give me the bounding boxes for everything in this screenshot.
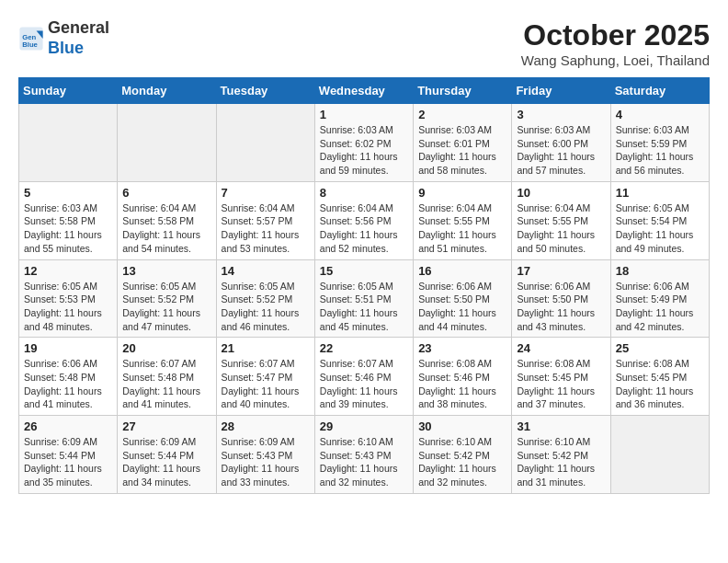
calendar-week-row: 26Sunrise: 6:09 AM Sunset: 5:44 PM Dayli… xyxy=(19,416,710,494)
header-day-wednesday: Wednesday xyxy=(314,78,413,104)
logo: Gen Blue General Blue xyxy=(18,18,109,58)
calendar-week-row: 5Sunrise: 6:03 AM Sunset: 5:58 PM Daylig… xyxy=(19,181,710,259)
day-number: 12 xyxy=(24,264,112,278)
calendar-cell: 24Sunrise: 6:08 AM Sunset: 5:45 PM Dayli… xyxy=(512,338,610,416)
day-info: Sunrise: 6:03 AM Sunset: 5:58 PM Dayligh… xyxy=(24,201,112,256)
day-number: 7 xyxy=(222,186,310,200)
calendar-cell: 3Sunrise: 6:03 AM Sunset: 6:00 PM Daylig… xyxy=(512,104,610,182)
calendar-cell: 26Sunrise: 6:09 AM Sunset: 5:44 PM Dayli… xyxy=(19,416,118,494)
calendar-cell: 13Sunrise: 6:05 AM Sunset: 5:52 PM Dayli… xyxy=(118,259,216,338)
calendar-cell: 2Sunrise: 6:03 AM Sunset: 6:01 PM Daylig… xyxy=(414,104,512,182)
day-number: 18 xyxy=(616,264,704,278)
day-number: 28 xyxy=(222,419,310,433)
logo-general: General xyxy=(48,18,109,39)
day-number: 3 xyxy=(517,108,605,121)
day-number: 19 xyxy=(24,341,112,355)
calendar-week-row: 12Sunrise: 6:05 AM Sunset: 5:53 PM Dayli… xyxy=(19,259,710,338)
day-info: Sunrise: 6:06 AM Sunset: 5:50 PM Dayligh… xyxy=(418,280,506,334)
day-number: 1 xyxy=(320,108,408,121)
header-day-monday: Monday xyxy=(118,78,216,104)
day-number: 11 xyxy=(616,186,704,200)
header-day-friday: Friday xyxy=(512,78,610,104)
calendar-cell: 28Sunrise: 6:09 AM Sunset: 5:43 PM Dayli… xyxy=(216,416,314,494)
calendar-cell: 29Sunrise: 6:10 AM Sunset: 5:43 PM Dayli… xyxy=(314,416,413,494)
calendar-week-row: 1Sunrise: 6:03 AM Sunset: 6:02 PM Daylig… xyxy=(19,104,710,182)
day-info: Sunrise: 6:06 AM Sunset: 5:49 PM Dayligh… xyxy=(616,280,704,334)
month-title: October 2025 xyxy=(521,18,710,52)
calendar-cell: 4Sunrise: 6:03 AM Sunset: 5:59 PM Daylig… xyxy=(610,104,709,182)
day-number: 6 xyxy=(122,186,210,200)
calendar-cell: 10Sunrise: 6:04 AM Sunset: 5:55 PM Dayli… xyxy=(512,181,610,259)
day-number: 25 xyxy=(616,341,704,355)
day-info: Sunrise: 6:08 AM Sunset: 5:45 PM Dayligh… xyxy=(616,357,704,411)
calendar-body: 1Sunrise: 6:03 AM Sunset: 6:02 PM Daylig… xyxy=(19,104,710,494)
logo-blue: Blue xyxy=(48,39,109,59)
day-number: 14 xyxy=(222,264,310,278)
calendar-cell: 8Sunrise: 6:04 AM Sunset: 5:56 PM Daylig… xyxy=(314,181,413,259)
day-info: Sunrise: 6:03 AM Sunset: 6:00 PM Dayligh… xyxy=(517,123,605,178)
day-number: 27 xyxy=(122,419,210,433)
day-info: Sunrise: 6:09 AM Sunset: 5:44 PM Dayligh… xyxy=(122,435,210,489)
day-info: Sunrise: 6:04 AM Sunset: 5:57 PM Dayligh… xyxy=(222,201,310,256)
day-number: 21 xyxy=(222,341,310,355)
day-number: 13 xyxy=(122,264,210,278)
day-number: 10 xyxy=(517,186,605,200)
calendar-cell: 23Sunrise: 6:08 AM Sunset: 5:46 PM Dayli… xyxy=(414,338,512,416)
header-day-sunday: Sunday xyxy=(19,78,118,104)
day-number: 29 xyxy=(320,419,408,433)
day-number: 24 xyxy=(517,341,605,355)
calendar-cell xyxy=(216,104,314,182)
calendar-cell: 25Sunrise: 6:08 AM Sunset: 5:45 PM Dayli… xyxy=(610,338,709,416)
calendar-cell: 12Sunrise: 6:05 AM Sunset: 5:53 PM Dayli… xyxy=(19,259,118,338)
day-info: Sunrise: 6:10 AM Sunset: 5:42 PM Dayligh… xyxy=(517,435,605,489)
day-number: 17 xyxy=(517,264,605,278)
calendar-cell: 16Sunrise: 6:06 AM Sunset: 5:50 PM Dayli… xyxy=(414,259,512,338)
calendar-cell: 15Sunrise: 6:05 AM Sunset: 5:51 PM Dayli… xyxy=(314,259,413,338)
calendar-cell: 21Sunrise: 6:07 AM Sunset: 5:47 PM Dayli… xyxy=(216,338,314,416)
day-info: Sunrise: 6:04 AM Sunset: 5:55 PM Dayligh… xyxy=(418,201,506,256)
day-info: Sunrise: 6:04 AM Sunset: 5:55 PM Dayligh… xyxy=(517,201,605,256)
day-info: Sunrise: 6:06 AM Sunset: 5:50 PM Dayligh… xyxy=(517,280,605,334)
day-number: 15 xyxy=(320,264,408,278)
calendar-cell: 14Sunrise: 6:05 AM Sunset: 5:52 PM Dayli… xyxy=(216,259,314,338)
calendar-cell: 6Sunrise: 6:04 AM Sunset: 5:58 PM Daylig… xyxy=(118,181,216,259)
day-info: Sunrise: 6:10 AM Sunset: 5:42 PM Dayligh… xyxy=(418,435,506,489)
day-info: Sunrise: 6:10 AM Sunset: 5:43 PM Dayligh… xyxy=(320,435,408,489)
calendar-cell: 9Sunrise: 6:04 AM Sunset: 5:55 PM Daylig… xyxy=(414,181,512,259)
header-day-tuesday: Tuesday xyxy=(216,78,314,104)
day-number: 4 xyxy=(616,108,704,121)
calendar-cell: 20Sunrise: 6:07 AM Sunset: 5:48 PM Dayli… xyxy=(118,338,216,416)
calendar-table: SundayMondayTuesdayWednesdayThursdayFrid… xyxy=(18,77,710,494)
day-number: 22 xyxy=(320,341,408,355)
day-number: 20 xyxy=(122,341,210,355)
day-info: Sunrise: 6:04 AM Sunset: 5:56 PM Dayligh… xyxy=(320,201,408,256)
calendar-cell: 7Sunrise: 6:04 AM Sunset: 5:57 PM Daylig… xyxy=(216,181,314,259)
svg-text:Blue: Blue xyxy=(22,40,38,49)
calendar-cell: 19Sunrise: 6:06 AM Sunset: 5:48 PM Dayli… xyxy=(19,338,118,416)
day-number: 30 xyxy=(418,419,506,433)
day-number: 5 xyxy=(24,186,112,200)
day-info: Sunrise: 6:05 AM Sunset: 5:52 PM Dayligh… xyxy=(122,280,210,334)
logo-icon: Gen Blue xyxy=(18,26,44,52)
calendar-header-row: SundayMondayTuesdayWednesdayThursdayFrid… xyxy=(19,78,710,104)
calendar-cell: 5Sunrise: 6:03 AM Sunset: 5:58 PM Daylig… xyxy=(19,181,118,259)
header-day-thursday: Thursday xyxy=(414,78,512,104)
day-info: Sunrise: 6:09 AM Sunset: 5:44 PM Dayligh… xyxy=(24,435,112,489)
calendar-cell: 31Sunrise: 6:10 AM Sunset: 5:42 PM Dayli… xyxy=(512,416,610,494)
day-info: Sunrise: 6:05 AM Sunset: 5:52 PM Dayligh… xyxy=(222,280,310,334)
calendar-cell: 30Sunrise: 6:10 AM Sunset: 5:42 PM Dayli… xyxy=(414,416,512,494)
day-info: Sunrise: 6:06 AM Sunset: 5:48 PM Dayligh… xyxy=(24,357,112,411)
day-number: 2 xyxy=(418,108,506,121)
title-block: October 2025 Wang Saphung, Loei, Thailan… xyxy=(521,18,710,68)
day-info: Sunrise: 6:03 AM Sunset: 6:02 PM Dayligh… xyxy=(320,123,408,178)
calendar-cell xyxy=(118,104,216,182)
day-info: Sunrise: 6:04 AM Sunset: 5:58 PM Dayligh… xyxy=(122,201,210,256)
calendar-cell: 1Sunrise: 6:03 AM Sunset: 6:02 PM Daylig… xyxy=(314,104,413,182)
day-info: Sunrise: 6:08 AM Sunset: 5:45 PM Dayligh… xyxy=(517,357,605,411)
day-info: Sunrise: 6:05 AM Sunset: 5:53 PM Dayligh… xyxy=(24,280,112,334)
calendar-cell: 11Sunrise: 6:05 AM Sunset: 5:54 PM Dayli… xyxy=(610,181,709,259)
day-number: 16 xyxy=(418,264,506,278)
day-number: 9 xyxy=(418,186,506,200)
day-number: 8 xyxy=(320,186,408,200)
day-info: Sunrise: 6:05 AM Sunset: 5:51 PM Dayligh… xyxy=(320,280,408,334)
